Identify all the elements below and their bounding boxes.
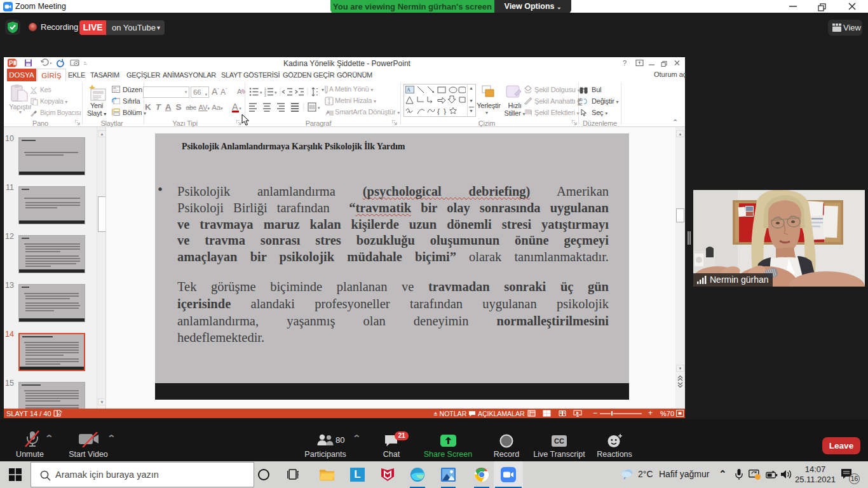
svg-text:ac: ac [578,102,583,105]
svg-text:A: A [329,86,334,93]
svg-text:{: { [437,107,440,115]
svg-text:}: } [444,107,446,115]
svg-text:A: A [407,87,410,93]
svg-text:▾: ▾ [275,90,277,95]
svg-text:ab: ab [578,97,583,102]
svg-text:▾: ▾ [260,90,262,95]
svg-text:▾: ▾ [318,105,320,110]
svg-text:?: ? [623,59,627,67]
svg-text:P: P [9,60,13,67]
svg-text:3: 3 [264,93,266,97]
